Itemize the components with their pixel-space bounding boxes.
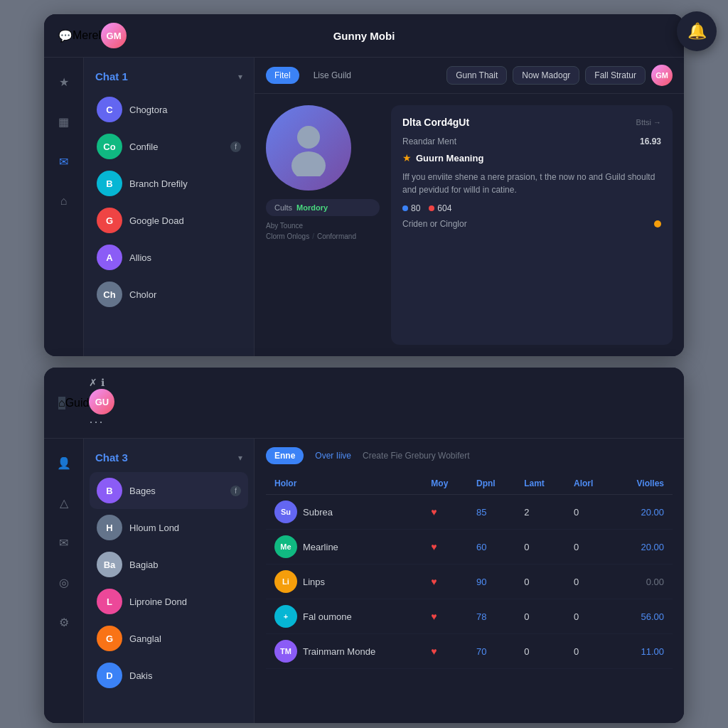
panel-2-chat-list: Chat 3 ▾ B Bages f H Hloum Lond Ba Bagia…	[84, 439, 255, 723]
panel-2-header-right: ✗ ℹ GU ···	[89, 376, 114, 429]
info-card-title: Dlta Cord4gUt	[402, 117, 469, 128]
stat-dot-red	[429, 205, 434, 211]
info-label-1: Reandar Ment	[402, 136, 456, 146]
sidebar-icon-home[interactable]: ⌂	[51, 188, 77, 214]
table-cell-dpnl-fal: 0	[515, 599, 565, 634]
bottom-text: Criden or Cinglor	[402, 219, 467, 229]
chat-item-liproine[interactable]: L Liproine Dond	[90, 583, 248, 620]
chat-item-allios[interactable]: A Allios	[90, 239, 248, 276]
star-icon: ★	[402, 152, 412, 164]
chat-item-confile[interactable]: Co Confile f	[90, 128, 248, 165]
p2-sidebar-icon-user[interactable]: 👤	[51, 450, 77, 476]
profile-breadcrumb: Clorm Onlogs / Conformand	[266, 232, 380, 240]
info-row-1: Reandar Ment 16.93	[402, 136, 661, 146]
row-label-mearline: Mearline	[303, 542, 338, 552]
chat-item-hloum[interactable]: H Hloum Lond	[90, 509, 248, 546]
panel-2-logo: ⌂	[58, 397, 65, 410]
row-avatar-subrea: Su	[274, 500, 297, 523]
notification-icon: 🔔	[687, 22, 707, 41]
table-header-row: Holor Moy Dpnl Lamt Alorl Violles	[266, 473, 673, 495]
tab-fitel[interactable]: Fitel	[266, 67, 299, 84]
tab-now[interactable]: Now Madogr	[513, 66, 579, 85]
chat-name-bages: Bages	[129, 486, 156, 496]
table-cell-name: Li Linps	[266, 564, 422, 599]
chat-item-ganglal[interactable]: G Ganglal	[90, 620, 248, 657]
profile-role-text: Cults	[274, 203, 292, 212]
info-value-1: 16.93	[640, 136, 661, 146]
table-cell-name: Me Mearline	[266, 530, 422, 564]
tab-gunn[interactable]: Gunn Thait	[446, 66, 507, 85]
heart-icon-fal: ♥	[431, 611, 437, 622]
chat-item-branch[interactable]: B Branch Drefily	[90, 165, 248, 202]
panel-1-chevron-icon[interactable]: ▾	[238, 72, 242, 82]
data-table: Holor Moy Dpnl Lamt Alorl Violles	[266, 473, 673, 669]
row-label-fal: Fal oumone	[303, 611, 352, 622]
stat-value-1: 80	[411, 203, 420, 213]
chat-avatar-bagiab: Ba	[97, 552, 122, 577]
chat-avatar-cholor: Ch	[97, 282, 122, 307]
profile-left: Cults Mordory Aby Tounce Clorm Onlogs / …	[266, 105, 380, 345]
panel-1-chat-title: Chat 1	[95, 70, 128, 82]
panel-2-info-icon[interactable]: ℹ	[101, 377, 105, 388]
tab-lise[interactable]: Lise Guild	[305, 67, 360, 84]
svg-point-1	[291, 151, 326, 176]
chat-item-bages[interactable]: B Bages f	[90, 472, 248, 509]
stat-1: 80	[402, 203, 420, 213]
profile-role-name: Mordory	[296, 203, 328, 212]
panel-2-table-container: Holor Moy Dpnl Lamt Alorl Violles	[266, 473, 673, 714]
p2-tab-create[interactable]: Create Fie Grebury Wobifert	[363, 451, 470, 461]
heart-icon-trainmarn: ♥	[431, 646, 437, 657]
chat-avatar-bages: B	[97, 478, 122, 503]
table-cell-violles-subrea: 20.00	[614, 495, 673, 530]
panel-1-logo: 💬	[58, 29, 73, 43]
chat-name-bagiab: Bagiab	[129, 560, 158, 570]
p2-sidebar-icon-triangle[interactable]: △	[51, 490, 77, 515]
panel-2-chevron-icon[interactable]: ▾	[238, 453, 242, 463]
p2-sidebar-icon-mail[interactable]: ✉	[51, 530, 77, 555]
p2-sidebar-icon-circle[interactable]: ◎	[51, 569, 77, 595]
status-dot-yellow	[654, 220, 661, 228]
row-name-linps: Li Linps	[274, 570, 414, 593]
info-description: Iff you enviite shene a nere prasion, t …	[402, 171, 661, 196]
row-label-trainmarn: Trainmarn Monde	[303, 646, 375, 657]
panel-2-chat-list-header: Chat 3 ▾	[90, 447, 248, 472]
info-card-header: Dlta Cord4gUt Bttsi →	[402, 117, 661, 128]
panel-2-close-icon[interactable]: ✗	[89, 377, 97, 388]
chat-item-cholor[interactable]: Ch Cholor	[90, 276, 248, 313]
sidebar-icon-grid[interactable]: ▦	[51, 109, 77, 134]
panel-1-header-right: GM	[101, 23, 127, 48]
floating-notification[interactable]: 🔔	[677, 11, 717, 51]
table-cell-heart: ♥	[422, 564, 468, 599]
table-cell-moy-trainmarn: 70	[468, 634, 515, 669]
panel-2-tab-bar: Enne Over Iiive Create Fie Grebury Wobif…	[266, 447, 673, 464]
table-cell-heart: ♥	[422, 495, 468, 530]
rating-row: ★ Guurn Meaning	[402, 152, 661, 164]
chat-item-bagiab[interactable]: Ba Bagiab	[90, 546, 248, 583]
sidebar-icon-mail[interactable]: ✉	[51, 149, 77, 174]
panel-1-app-name: Merel	[73, 29, 101, 42]
sidebar-icon-star[interactable]: ★	[51, 69, 77, 95]
chat-item-dakis[interactable]: D Dakis	[90, 657, 248, 694]
panel-1-user-avatar[interactable]: GM	[101, 23, 127, 48]
info-card-link[interactable]: Bttsi →	[636, 118, 661, 127]
chat-avatar-liproine: L	[97, 589, 122, 614]
table-row: Me Mearline ♥ 60 0 0 20.00	[266, 530, 673, 564]
chat-avatar-confile: Co	[97, 134, 122, 159]
svg-point-0	[297, 126, 320, 149]
profile-role-badge: Cults Mordory	[266, 199, 380, 216]
panel-2-user-avatar[interactable]: GU	[89, 389, 114, 414]
table-row: + Fal oumone ♥ 78 0 0 56.00	[266, 599, 673, 634]
logo-icon: 💬	[58, 30, 73, 42]
p2-tab-enne[interactable]: Enne	[266, 447, 304, 464]
table-row: Li Linps ♥ 90 0 0 0.00	[266, 564, 673, 599]
row-name-mearline: Me Mearline	[274, 535, 414, 558]
p2-sidebar-icon-gear[interactable]: ⚙	[51, 609, 77, 635]
col-lamt: Lamt	[515, 473, 565, 495]
chat-item-google[interactable]: G Google Doad	[90, 202, 248, 239]
chat-item-chogtora[interactable]: C Chogtora	[90, 91, 248, 128]
table-cell-violles-fal: 56.00	[614, 599, 673, 634]
tab-bar-avatar[interactable]: GM	[651, 65, 673, 86]
tab-fall[interactable]: Fall Stratur	[585, 66, 646, 85]
p2-tab-over[interactable]: Over Iiive	[315, 451, 351, 461]
panel-2-more-icon[interactable]: ···	[89, 414, 104, 429]
